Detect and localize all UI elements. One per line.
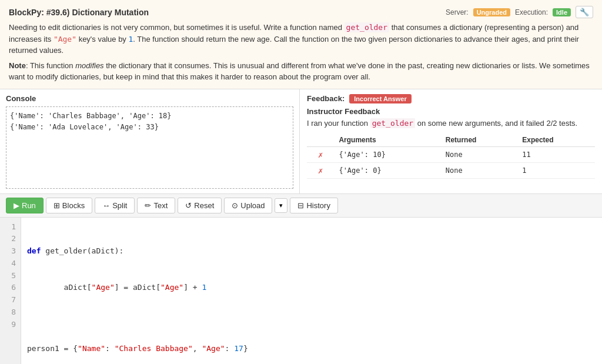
- col-expected: Expected: [517, 133, 595, 147]
- feedback-badge: Incorrect Answer: [349, 94, 411, 103]
- upload-dropdown-button[interactable]: ▾: [275, 198, 287, 213]
- server-badge: Ungraded: [473, 8, 510, 16]
- line-num-3: 3: [5, 245, 16, 258]
- console-title: Console: [6, 94, 293, 103]
- history-button[interactable]: ⊟ History: [290, 198, 337, 213]
- table-row: ✗ {'Age': 10} None 11: [307, 146, 595, 162]
- line-num-8: 8: [5, 306, 16, 319]
- line-num-1: 1: [5, 221, 16, 233]
- run-button[interactable]: ▶ Run: [6, 198, 44, 213]
- history-label: History: [306, 201, 330, 210]
- settings-button[interactable]: 🔧: [576, 6, 593, 18]
- description-text: Needing to edit dictionaries is not very…: [9, 22, 593, 56]
- feedback-label: Feedback:: [307, 94, 345, 103]
- line-num-5: 5: [5, 270, 16, 282]
- feedback-desc: I ran your function get_older on some ne…: [307, 118, 595, 129]
- age-key-inline: "Age": [53, 35, 76, 44]
- middle-section: Console {'Name': 'Charles Babbage', 'Age…: [0, 89, 602, 194]
- fn-name-inline: get_older: [345, 22, 389, 32]
- row2-arguments: {'Age': 0}: [334, 162, 440, 178]
- console-line-2: {'Name': 'Ada Lovelace', 'Age': 33}: [10, 122, 289, 133]
- reset-icon: ↺: [185, 201, 192, 210]
- table-row: ✗ {'Age': 0} None 1: [307, 162, 595, 178]
- feedback-title-row: Feedback: Incorrect Answer: [307, 94, 595, 103]
- page-title: BlockPy: #39.6) Dictionary Mutation: [9, 8, 149, 17]
- server-info: Server: Ungraded Execution: Idle 🔧: [446, 6, 593, 18]
- reset-button[interactable]: ↺ Reset: [178, 198, 222, 213]
- line-num-6: 6: [5, 282, 16, 294]
- row2-returned: None: [441, 162, 517, 178]
- description-area: BlockPy: #39.6) Dictionary Mutation Serv…: [0, 0, 602, 89]
- row1-expected: 11: [517, 146, 595, 162]
- console-line-1: {'Name': 'Charles Babbage', 'Age': 18}: [10, 111, 289, 122]
- history-icon: ⊟: [297, 201, 304, 210]
- execution-label: Execution:: [515, 8, 548, 16]
- text-label: Text: [153, 201, 168, 210]
- text-button[interactable]: ✏ Text: [137, 198, 175, 213]
- console-panel: Console {'Name': 'Charles Babbage', 'Age…: [0, 89, 300, 193]
- toolbar: ▶ Run ⊞ Blocks ↔ Split ✏ Text ↺ Reset ⊙ …: [0, 194, 602, 218]
- code-line-1: def get_older(aDict):: [27, 245, 596, 258]
- row1-arguments: {'Age': 10}: [334, 146, 440, 162]
- line-num-9: 9: [5, 319, 16, 331]
- split-icon: ↔: [102, 201, 110, 210]
- line-numbers: 1 2 3 4 5 6 7 8 9: [0, 218, 21, 365]
- upload-label: Upload: [240, 201, 265, 210]
- row2-expected: 1: [517, 162, 595, 178]
- feedback-panel: Feedback: Incorrect Answer Instructor Fe…: [300, 89, 602, 193]
- execution-badge: Idle: [553, 8, 571, 16]
- blocks-icon: ⊞: [53, 201, 60, 210]
- code-editor[interactable]: 1 2 3 4 5 6 7 8 9 def get_older(aDict): …: [0, 218, 602, 365]
- split-button[interactable]: ↔ Split: [95, 198, 135, 213]
- code-line-2: aDict["Age"] = aDict["Age"] + 1: [27, 282, 596, 294]
- line-num-7: 7: [5, 294, 16, 306]
- run-icon: ▶: [14, 201, 19, 210]
- pencil-icon: ✏: [145, 201, 151, 210]
- feedback-table: Arguments Returned Expected ✗ {'Age': 10…: [307, 133, 595, 179]
- blocks-label: Blocks: [62, 201, 85, 210]
- upload-icon: ⊙: [232, 201, 238, 210]
- row1-status: ✗: [307, 146, 334, 162]
- blocks-button[interactable]: ⊞ Blocks: [46, 198, 92, 213]
- console-output: {'Name': 'Charles Babbage', 'Age': 18} {…: [6, 106, 293, 189]
- upload-button[interactable]: ⊙ Upload: [224, 198, 272, 213]
- row1-returned: None: [441, 146, 517, 162]
- reset-label: Reset: [194, 201, 214, 210]
- feedback-fn-name: get_older: [370, 118, 415, 128]
- code-content[interactable]: def get_older(aDict): aDict["Age"] = aDi…: [21, 218, 602, 365]
- col-returned: Returned: [441, 133, 517, 147]
- code-line-4: person1 = {"Name": "Charles Babbage", "A…: [27, 343, 596, 355]
- line-num-4: 4: [5, 258, 16, 270]
- line-num-2: 2: [5, 233, 16, 245]
- server-label: Server:: [446, 8, 469, 16]
- instructor-feedback-title: Instructor Feedback: [307, 107, 595, 116]
- row2-status: ✗: [307, 162, 334, 178]
- col-status: [307, 133, 334, 147]
- col-arguments: Arguments: [334, 133, 440, 147]
- split-label: Split: [112, 201, 127, 210]
- run-label: Run: [22, 201, 36, 210]
- note-text: Note: This function modifies the diction…: [9, 60, 593, 83]
